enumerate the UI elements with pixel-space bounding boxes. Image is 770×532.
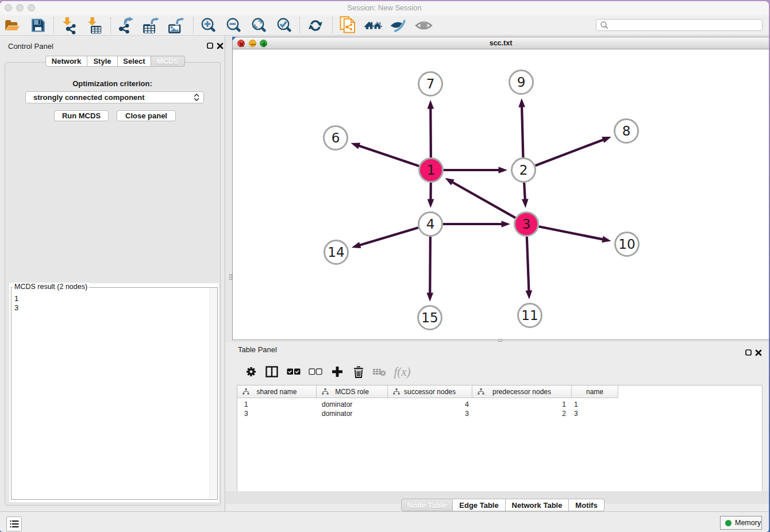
open-session-button[interactable] xyxy=(2,17,23,35)
table-settings-button[interactable] xyxy=(241,362,261,381)
vertical-splitter-handle[interactable] xyxy=(229,274,232,280)
graph-edge[interactable] xyxy=(539,226,605,240)
graph-edge[interactable] xyxy=(358,228,418,245)
graph-edge[interactable] xyxy=(524,183,525,201)
graph-edge[interactable] xyxy=(522,105,523,157)
graph-node-label: 15 xyxy=(421,310,438,325)
export-table-icon xyxy=(140,17,160,35)
float-table-panel-icon[interactable] xyxy=(745,349,752,356)
column-header-name[interactable]: name xyxy=(572,385,618,398)
tab-edge-table[interactable]: Edge Table xyxy=(453,499,506,511)
select-all-columns-button[interactable] xyxy=(284,362,303,381)
float-panel-icon[interactable] xyxy=(207,43,213,49)
table-cell: dominator xyxy=(317,409,388,418)
tab-mcds[interactable]: MCDS xyxy=(151,56,185,67)
result-scrollbar[interactable] xyxy=(209,288,217,499)
show-all-button[interactable] xyxy=(413,17,434,35)
graph-edge[interactable] xyxy=(430,237,430,295)
graph-edge[interactable] xyxy=(527,237,529,292)
search-field[interactable] xyxy=(596,19,763,31)
tab-select[interactable]: Select xyxy=(118,56,151,67)
graph-edge-arrowhead xyxy=(352,242,361,248)
refresh-button[interactable] xyxy=(305,17,326,35)
table-cell: 4 xyxy=(388,400,472,409)
network-canvas[interactable]: 7968124314101511 xyxy=(233,50,769,340)
search-input[interactable] xyxy=(609,21,762,29)
table-row[interactable]: 1dominator411 xyxy=(237,400,762,409)
table-cell: 3 xyxy=(388,409,472,418)
tab-node-table[interactable]: Node Table xyxy=(401,499,453,511)
toolbar-separator xyxy=(53,17,54,33)
memory-button[interactable]: Memory xyxy=(720,516,762,530)
right-area: scc.txt 7968124314101511 Table Panel xyxy=(226,36,769,511)
chevron-down-icon xyxy=(194,98,199,101)
table-row[interactable]: 3dominator323 xyxy=(237,409,762,418)
graph-node-label: 3 xyxy=(522,217,531,232)
close-panel-button[interactable]: Close panel xyxy=(117,110,176,121)
graph-edge[interactable] xyxy=(430,107,431,157)
dropdown-arrows-icon xyxy=(190,94,203,101)
tab-network-table[interactable]: Network Table xyxy=(506,499,569,511)
function-builder-button-disabled: f(x) xyxy=(391,362,414,381)
delete-column-icon xyxy=(372,367,386,376)
graph-edge[interactable] xyxy=(451,182,515,218)
graph-edge-arrowhead xyxy=(602,236,611,242)
graph-edge-arrowhead xyxy=(445,178,454,186)
graph-node-label: 11 xyxy=(521,308,538,323)
control-panel-title: Control Panel xyxy=(8,42,53,51)
add-button[interactable] xyxy=(328,362,347,381)
column-header-shared-name[interactable]: shared name xyxy=(237,385,317,398)
zoom-in-button[interactable] xyxy=(198,17,218,35)
table-split-view-button[interactable] xyxy=(262,362,282,381)
graph-node-label: 4 xyxy=(426,217,435,232)
tree-column-icon xyxy=(242,388,249,395)
tab-network[interactable]: Network xyxy=(45,56,87,67)
table-cell: 1 xyxy=(472,400,572,409)
export-network-button[interactable] xyxy=(116,17,136,35)
close-table-panel-icon[interactable] xyxy=(755,349,762,356)
tab-motifs[interactable]: Motifs xyxy=(569,499,605,511)
toolbar-separator xyxy=(299,17,300,33)
deselect-all-columns-button[interactable] xyxy=(306,362,325,381)
eye-slash-icon xyxy=(387,17,407,35)
duplicate-network-button[interactable] xyxy=(337,17,358,35)
zoom-fit-button[interactable] xyxy=(248,17,269,35)
column-header-successor-nodes[interactable]: successor nodes xyxy=(388,385,472,398)
optimization-dropdown[interactable]: strongly connected component xyxy=(25,91,204,103)
graph-edge[interactable] xyxy=(357,145,419,166)
control-panel-tabs: NetworkStyleSelectMCDS xyxy=(45,56,185,67)
task-history-button[interactable] xyxy=(6,516,22,531)
graph-edge[interactable] xyxy=(536,139,605,165)
hide-selected-button[interactable] xyxy=(387,17,407,35)
close-panel-icon[interactable] xyxy=(217,43,224,49)
graph-node-label: 8 xyxy=(622,124,631,138)
tab-style[interactable]: Style xyxy=(87,56,118,67)
export-table-button[interactable] xyxy=(140,17,160,35)
mcds-result-title: MCDS result (2 nodes) xyxy=(13,283,89,291)
column-header-MCDS-role[interactable]: MCDS role xyxy=(317,385,388,398)
refresh-icon xyxy=(305,17,326,35)
houses-icon xyxy=(362,17,383,35)
save-session-button[interactable] xyxy=(28,17,48,35)
table-cell: 2 xyxy=(472,409,572,418)
import-table-button[interactable] xyxy=(85,17,106,35)
first-neighbors-button[interactable] xyxy=(362,17,383,35)
export-image-button[interactable] xyxy=(165,17,186,35)
graph-edge-arrowhead xyxy=(499,167,508,174)
zoom-selected-button[interactable] xyxy=(274,17,294,35)
graph-edge-arrowhead xyxy=(526,290,533,299)
delete-button[interactable] xyxy=(349,362,368,381)
import-network-button[interactable] xyxy=(60,17,80,35)
network-window-titlebar[interactable]: scc.txt xyxy=(233,37,769,49)
table-cell: 1 xyxy=(572,400,618,409)
import-table-icon xyxy=(85,17,106,35)
mcds-result-list[interactable]: 1 3 xyxy=(11,288,217,499)
delete-column-button-disabled xyxy=(369,362,389,381)
network-view-window: scc.txt 7968124314101511 xyxy=(232,37,769,340)
horizontal-splitter-handle[interactable] xyxy=(498,339,502,342)
eye-icon xyxy=(413,17,434,35)
run-mcds-button[interactable]: Run MCDS xyxy=(54,110,109,121)
zoom-out-button[interactable] xyxy=(223,17,244,35)
column-header-predecessor-nodes[interactable]: predecessor nodes xyxy=(472,385,572,398)
graph-edge-arrowhead xyxy=(502,221,511,228)
